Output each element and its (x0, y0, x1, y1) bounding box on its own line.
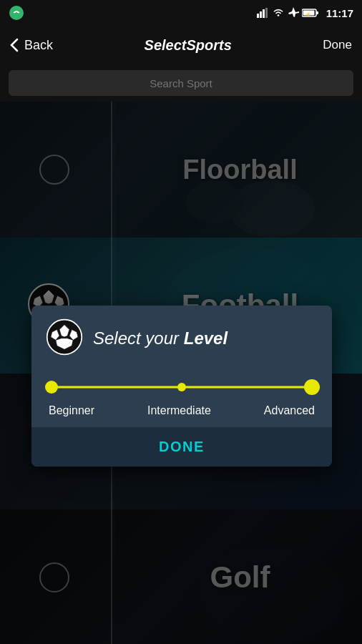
modal-done-label: DONE (159, 439, 205, 454)
slider-dot-beginner[interactable] (45, 381, 58, 394)
time-display: 11:17 (326, 7, 353, 19)
done-label: Done (323, 38, 352, 52)
level-slider-container[interactable] (52, 376, 312, 399)
app-header: Back SelectSports Done (0, 26, 362, 64)
slider-dot-intermediate[interactable] (177, 383, 186, 391)
modal-ball-icon (46, 318, 83, 358)
airplane-icon (288, 6, 299, 18)
sports-list: Floorball Football (0, 102, 362, 644)
svg-point-0 (9, 6, 24, 20)
svg-rect-8 (316, 11, 318, 14)
header-title-italic: Select (145, 37, 187, 53)
modal-done-button[interactable]: DONE (31, 427, 332, 467)
wifi-icon (272, 8, 285, 18)
search-input[interactable] (9, 70, 353, 96)
svg-point-2 (17, 11, 19, 13)
svg-point-1 (14, 11, 16, 13)
svg-rect-4 (260, 11, 262, 18)
svg-rect-5 (263, 9, 265, 18)
modal-title-text: Select your Level (93, 328, 228, 348)
status-bar-right: ⚡ 11:17 (257, 6, 353, 20)
signal-icon (257, 8, 270, 18)
modal-header: Select your Level (31, 306, 332, 369)
status-bar-left (9, 5, 24, 21)
header-title: SelectSports (145, 37, 232, 54)
slider-labels: Beginner Intermediate Advanced (46, 401, 318, 424)
modal-body: Beginner Intermediate Advanced (31, 369, 332, 424)
search-bar-container (0, 64, 362, 102)
level-modal: Select your Level Beginner Intermediate … (31, 306, 332, 467)
svg-rect-3 (257, 14, 259, 18)
label-advanced: Advanced (264, 404, 315, 417)
label-beginner: Beginner (49, 404, 94, 417)
done-button[interactable]: Done (323, 38, 352, 52)
android-icon (9, 5, 24, 21)
header-title-bold: Sports (186, 37, 231, 53)
back-button[interactable]: Back (10, 38, 53, 53)
back-label: Back (24, 38, 53, 53)
label-intermediate: Intermediate (147, 404, 211, 417)
level-modal-overlay: Select your Level Beginner Intermediate … (0, 102, 362, 644)
slider-dot-advanced[interactable] (304, 379, 320, 395)
svg-rect-6 (265, 8, 268, 18)
battery-icon: ⚡ (302, 8, 319, 18)
status-icons: ⚡ (257, 6, 319, 20)
svg-text:⚡: ⚡ (305, 11, 311, 17)
status-bar: ⚡ 11:17 (0, 0, 362, 26)
modal-title: Select your Level (93, 328, 228, 348)
back-arrow-icon (10, 38, 19, 52)
